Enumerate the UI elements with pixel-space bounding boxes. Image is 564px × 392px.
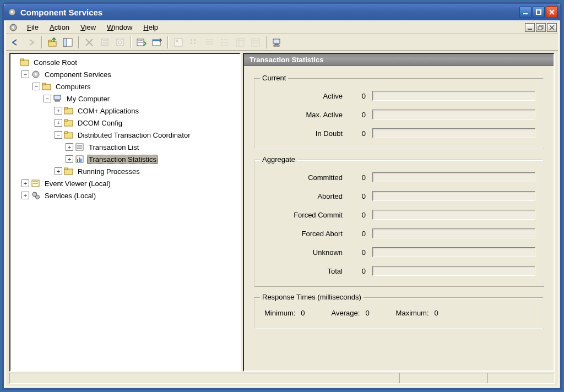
expand-icon[interactable]: + <box>21 179 29 187</box>
progress-bar <box>372 266 535 276</box>
mmc-body: Console Root − Component Services − Comp… <box>9 53 555 372</box>
tree-label: Component Services <box>43 70 113 79</box>
collapse-icon[interactable]: − <box>44 95 51 102</box>
menu-view[interactable]: View <box>75 21 101 33</box>
computer-button[interactable] <box>270 36 284 49</box>
app-icon <box>7 7 17 17</box>
tree-item-computers[interactable]: − Computers <box>10 80 240 92</box>
menu-window[interactable]: Window <box>101 21 138 33</box>
properties-button[interactable] <box>97 36 112 49</box>
title-bar[interactable]: Component Services <box>4 4 560 20</box>
view-list-a-button[interactable] <box>202 36 216 49</box>
tree-label: Console Root <box>32 58 79 67</box>
tree-item-component-services[interactable]: − Component Services <box>10 68 240 80</box>
group-aggregate: Aggregate Committed 0 Aborted 0 For <box>254 160 544 286</box>
expand-icon[interactable]: + <box>66 143 73 151</box>
collapse-icon[interactable]: − <box>32 83 40 90</box>
svg-point-58 <box>35 73 37 75</box>
tree-label: Transaction List <box>87 143 140 152</box>
stat-value: 0 <box>350 248 372 257</box>
menu-window-label: indow <box>113 23 132 31</box>
expand-icon[interactable]: + <box>66 155 73 163</box>
svg-rect-74 <box>77 159 78 162</box>
list-icon <box>75 143 85 151</box>
svg-rect-62 <box>55 100 59 101</box>
progress-bar <box>372 228 535 238</box>
expand-icon[interactable]: + <box>21 192 29 199</box>
stat-forced-abort: Forced Abort 0 <box>262 224 535 243</box>
svg-point-7 <box>12 26 14 29</box>
collapse-icon[interactable]: − <box>21 70 29 78</box>
mdi-minimize-button[interactable] <box>525 23 535 32</box>
tree-item-dcom-config[interactable]: + DCOM Config <box>10 117 240 129</box>
expand-icon[interactable]: + <box>55 107 62 115</box>
view-large-icons-button[interactable] <box>171 36 186 49</box>
status-cell <box>400 373 488 383</box>
tree-item-running-processes[interactable]: + Running Processes <box>10 165 240 177</box>
tree-label: COM+ Applications <box>76 106 140 116</box>
menu-help[interactable]: Help <box>138 21 164 33</box>
status-bar <box>9 373 555 384</box>
svg-rect-10 <box>538 26 542 30</box>
app-window: Component Services File Action View Wind… <box>2 2 562 390</box>
stat-value: 0 <box>350 129 372 138</box>
svg-rect-30 <box>153 40 160 41</box>
svg-rect-32 <box>176 40 178 42</box>
menu-help-label: elp <box>149 23 158 31</box>
show-hide-tree-button[interactable] <box>61 36 75 49</box>
up-button[interactable] <box>45 36 59 49</box>
maximize-button[interactable] <box>533 6 545 18</box>
stat-value: 0 <box>350 111 372 119</box>
rt-avg-value: 0 <box>365 309 369 317</box>
progress-bar <box>372 210 535 220</box>
tree-item-complus[interactable]: + COM+ Applications <box>10 105 240 117</box>
expand-icon[interactable]: + <box>55 167 62 175</box>
stat-label: Total <box>262 267 350 275</box>
minimize-button[interactable] <box>519 6 532 18</box>
toolbar <box>6 34 558 51</box>
mdi-restore-button[interactable] <box>536 23 546 32</box>
view-small-icons-button[interactable] <box>187 36 201 49</box>
view-list-b-button[interactable] <box>218 36 232 49</box>
back-button[interactable] <box>8 36 23 49</box>
tree-item-services[interactable]: + Services (Local) <box>10 189 240 202</box>
progress-bar <box>372 247 535 257</box>
tree-item-dtc[interactable]: − Distributed Transaction Coordinator <box>10 129 240 141</box>
menu-file[interactable]: File <box>21 21 44 33</box>
expand-icon[interactable]: + <box>55 119 62 127</box>
export-list-button[interactable] <box>134 36 149 49</box>
document-icon <box>8 23 18 32</box>
mdi-close-button[interactable] <box>547 23 557 32</box>
tree-item-transaction-statistics[interactable]: + Transaction Statistics <box>10 153 240 165</box>
svg-rect-66 <box>64 119 68 121</box>
svg-point-44 <box>221 44 223 46</box>
stat-aborted: Aborted 0 <box>262 187 535 205</box>
stat-max-active: Max. Active 0 <box>262 105 535 124</box>
progress-bar <box>372 191 535 201</box>
refresh-button[interactable] <box>113 36 127 49</box>
close-button[interactable] <box>546 6 558 18</box>
scope-tree[interactable]: Console Root − Component Services − Comp… <box>9 53 241 372</box>
chart-icon <box>75 155 85 164</box>
svg-rect-56 <box>20 59 24 61</box>
forward-button[interactable] <box>24 36 38 49</box>
view-details-button[interactable] <box>233 36 247 49</box>
group-response-times: Response Times (milliseconds) Minimum: 0… <box>254 297 544 329</box>
svg-rect-2 <box>523 13 528 14</box>
svg-rect-8 <box>528 29 532 30</box>
collapse-icon[interactable]: − <box>55 131 62 139</box>
tree-label: Services (Local) <box>43 191 97 200</box>
tree-item-my-computer[interactable]: − My Computer <box>10 92 240 105</box>
svg-point-1 <box>11 11 13 13</box>
new-window-button[interactable] <box>150 36 164 49</box>
delete-button[interactable] <box>82 36 96 49</box>
tree-item-console-root[interactable]: Console Root <box>10 56 240 68</box>
tree-item-event-viewer[interactable]: + Event Viewer (Local) <box>10 177 240 189</box>
view-details-alt-button[interactable] <box>248 36 263 49</box>
menu-action[interactable]: Action <box>44 21 75 33</box>
svg-point-83 <box>36 195 40 199</box>
folder-icon <box>20 58 30 67</box>
tree-item-transaction-list[interactable]: + Transaction List <box>10 141 240 153</box>
stat-value: 0 <box>350 192 372 200</box>
svg-rect-75 <box>79 157 80 162</box>
